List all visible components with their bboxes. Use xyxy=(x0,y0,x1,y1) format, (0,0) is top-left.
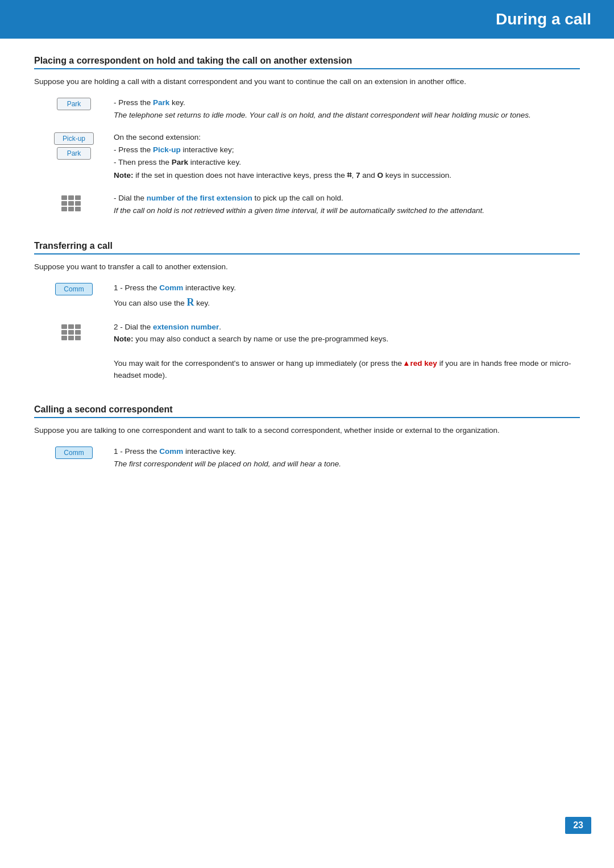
section2-title: Transferring a call xyxy=(34,241,580,254)
dial-instruction-text: - Dial the number of the first extension… xyxy=(114,192,580,216)
comm-ref1: Comm xyxy=(159,283,183,292)
section3-intro: Suppose you are talking to one correspon… xyxy=(34,425,580,436)
page-header: During a call xyxy=(0,0,614,39)
section2-intro: Suppose you want to transfer a call to a… xyxy=(34,261,580,273)
wait-instruction-text: You may wait for the correspondent's to … xyxy=(114,357,580,382)
instruction-row-dial-ext: 2 - Dial the extension number. Note: you… xyxy=(34,321,580,347)
zero-key-ref: O xyxy=(377,171,384,180)
comm-ref2: Comm xyxy=(159,447,183,456)
first-ext-ref: number of the first extension xyxy=(147,194,252,202)
dial-ext-instruction-text: 2 - Dial the extension number. Note: you… xyxy=(114,321,580,345)
pickup-park-instruction-text: On the second extension: - Press the Pic… xyxy=(114,131,580,182)
comm-key-button1[interactable]: Comm xyxy=(55,283,92,295)
section3-title: Calling a second correspondent xyxy=(34,404,580,418)
key-area-pickup-park: Pick-up Park xyxy=(34,131,114,160)
note-label2: Note: xyxy=(114,335,134,343)
page-number: 23 xyxy=(565,817,591,834)
section1-title: Placing a correspondent on hold and taki… xyxy=(34,56,580,69)
seven-key-ref: 7 xyxy=(356,171,360,180)
comm2-note: The first correspondent will be placed o… xyxy=(114,460,341,468)
key-area-comm2: Comm xyxy=(34,445,114,459)
hash-key-ref: ⌗ xyxy=(347,170,351,180)
instruction-row-comm2: Comm 1 - Press the Comm interactive key.… xyxy=(34,445,580,470)
key-area-empty1 xyxy=(34,357,114,358)
instruction-row-dial: - Dial the number of the first extension… xyxy=(34,192,580,218)
key-area-park: Park xyxy=(34,97,114,110)
instruction-row-park: Park - Press the Park key. The telephone… xyxy=(34,97,580,121)
ext-number-ref: extension number xyxy=(153,323,219,331)
keypad-icon2 xyxy=(61,324,86,345)
pickup-key-button[interactable]: Pick-up xyxy=(54,132,94,145)
pickup-ref: Pick-up xyxy=(153,145,181,154)
section-transfer: Transferring a call Suppose you want to … xyxy=(34,241,580,382)
key-area-comm1: Comm xyxy=(34,282,114,295)
page-content: Placing a correspondent on hold and taki… xyxy=(0,39,614,515)
comm2-instruction-text: 1 - Press the Comm interactive key. The … xyxy=(114,445,580,470)
dial-note: If the call on hold is not retrieved wit… xyxy=(114,206,484,215)
key-area-keypad1 xyxy=(34,192,114,218)
park-key-button[interactable]: Park xyxy=(57,98,91,110)
key-area-keypad2 xyxy=(34,321,114,347)
park-key-button2[interactable]: Park xyxy=(57,147,91,160)
comm-key-button2[interactable]: Comm xyxy=(55,446,92,459)
note-label1: Note: xyxy=(114,171,134,180)
instruction-row-comm1: Comm 1 - Press the Comm interactive key.… xyxy=(34,282,580,310)
section-second-correspondent: Calling a second correspondent Suppose y… xyxy=(34,404,580,470)
park-instruction-note: The telephone set returns to idle mode. … xyxy=(114,111,531,119)
park-ref2: Park xyxy=(172,158,188,166)
page-title: During a call xyxy=(0,10,591,28)
instruction-row-pickup-park: Pick-up Park On the second extension: - … xyxy=(34,131,580,182)
section1-intro: Suppose you are holding a call with a di… xyxy=(34,76,580,87)
section-park-hold: Placing a correspondent on hold and taki… xyxy=(34,56,580,218)
r-key-ref: R xyxy=(187,297,194,308)
comm1-instruction-text: 1 - Press the Comm interactive key. You … xyxy=(114,282,580,310)
keypad-icon1 xyxy=(61,195,86,216)
park-key-ref: Park xyxy=(153,98,169,107)
red-key-ref: ▴ red key xyxy=(404,359,437,368)
park-instruction-text: - Press the Park key. The telephone set … xyxy=(114,97,580,121)
instruction-row-wait: You may wait for the correspondent's to … xyxy=(34,357,580,382)
